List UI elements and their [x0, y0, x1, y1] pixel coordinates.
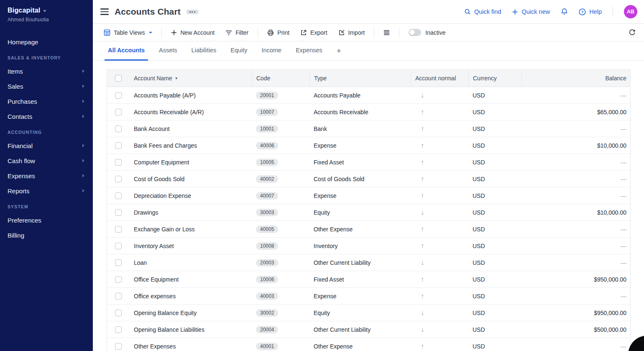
- table-row-accounts-payable-a-p[interactable]: Accounts Payable (A/P)20001Accounts Paya…: [107, 87, 630, 104]
- sidebar-item-items[interactable]: Items: [0, 64, 93, 79]
- sidebar-item-billing[interactable]: Billing: [0, 228, 93, 243]
- row-checkbox[interactable]: [115, 276, 122, 283]
- table-views-button[interactable]: Table Views: [100, 27, 156, 38]
- refresh-button[interactable]: [627, 27, 637, 38]
- row-checkbox[interactable]: [115, 209, 122, 216]
- help-button[interactable]: ? Help: [579, 8, 602, 15]
- column-header-type[interactable]: Type: [309, 70, 411, 87]
- currency-cell: USD: [468, 221, 521, 237]
- account-code-cell: 40003: [252, 288, 309, 304]
- table-row-exchange-gain-or-loss[interactable]: Exchange Gain or Loss40005Other Expense↑…: [107, 221, 630, 238]
- tab-income[interactable]: Income: [258, 47, 285, 61]
- tabs-bar: All AccountsAssetsLiabilitiesEquityIncom…: [93, 41, 644, 61]
- sidebar-item-financial[interactable]: Financial: [0, 138, 93, 153]
- tab-liabilities[interactable]: Liabilities: [188, 47, 220, 61]
- brand-name: Bigcapital: [8, 7, 40, 14]
- row-checkbox[interactable]: [115, 259, 122, 266]
- table-row-computer-equipment[interactable]: Computer Equipment10005Fixed Asset↑USD—: [107, 154, 630, 171]
- table-row-opening-balance-liabilities[interactable]: Opening Balance Liabilities20004Other Cu…: [107, 321, 630, 338]
- row-checkbox[interactable]: [115, 159, 122, 166]
- table-row-drawings[interactable]: Drawings30003Equity↓USD$10,000.00: [107, 204, 630, 221]
- sidebar-item-reports[interactable]: Reports: [0, 183, 93, 198]
- table-row-opening-balance-equity[interactable]: Opening Balance Equity30002Equity↓USD$95…: [107, 305, 630, 321]
- row-checkbox[interactable]: [115, 176, 122, 182]
- notifications-button[interactable]: [561, 8, 568, 15]
- table-row-depreciation-expense[interactable]: Depreciation Expense40007Expense↑USD—: [107, 187, 630, 204]
- table-row-other-expenses[interactable]: Other Expenses40001Other Expense↑USD—: [107, 338, 630, 351]
- table-row-cost-of-goods-sold[interactable]: Cost of Goods Sold40002Cost of Goods Sol…: [107, 171, 630, 187]
- new-account-button[interactable]: New Account: [168, 27, 218, 38]
- table-row-accounts-receivable-a-r[interactable]: Accounts Receivable (A/R)10007Accounts R…: [107, 104, 630, 120]
- table-row-loan[interactable]: Loan20003Other Current Liability↓USD—: [107, 254, 630, 271]
- avatar[interactable]: AB: [624, 5, 637, 18]
- tab-all-accounts[interactable]: All Accounts: [105, 47, 148, 61]
- empty-balance-dash: —: [621, 92, 626, 99]
- inactive-toggle[interactable]: [409, 29, 421, 36]
- row-checkbox[interactable]: [115, 126, 122, 132]
- row-checkbox[interactable]: [115, 243, 122, 249]
- select-all-checkbox[interactable]: [115, 75, 122, 82]
- account-type-cell: Inventory: [309, 238, 411, 254]
- column-header-account-name[interactable]: Account Name ▼: [130, 70, 252, 87]
- sidebar-item-contacts[interactable]: Contacts: [0, 109, 93, 124]
- account-name-cell: Drawings: [130, 204, 252, 220]
- sidebar-item-cash-flow[interactable]: Cash flow: [0, 153, 93, 168]
- account-code-cell: 20001: [252, 87, 309, 103]
- row-checkbox[interactable]: [115, 109, 122, 115]
- table-row-bank-account[interactable]: Bank Account10001Bank↑USD—: [107, 120, 630, 137]
- row-checkbox[interactable]: [115, 326, 122, 333]
- sidebar-item-sales[interactable]: Sales: [0, 79, 93, 94]
- debit-arrow-up-icon: ↑: [421, 109, 424, 115]
- row-checkbox[interactable]: [115, 92, 122, 99]
- export-button[interactable]: Export: [297, 27, 330, 38]
- row-height-button[interactable]: [380, 28, 393, 38]
- account-normal-cell: ↓: [411, 87, 468, 103]
- account-code-cell: 40007: [252, 187, 309, 204]
- column-header-currency[interactable]: Currency: [468, 70, 521, 87]
- chevron-down-icon: [149, 32, 152, 33]
- quick-find-button[interactable]: Quick find: [464, 8, 501, 15]
- account-code-cell: 30003: [252, 204, 309, 220]
- row-checkbox[interactable]: [115, 343, 122, 350]
- column-header-balance[interactable]: Balance: [521, 70, 630, 87]
- sidebar-item-label: Items: [8, 68, 23, 75]
- account-code-cell: 10006: [252, 271, 309, 287]
- tab-equity[interactable]: Equity: [227, 47, 250, 61]
- chevron-right-icon: [82, 159, 84, 162]
- filter-button[interactable]: Filter: [222, 27, 252, 38]
- bell-icon: [561, 8, 568, 15]
- sidebar-item-expenses[interactable]: Expenses: [0, 168, 93, 183]
- currency-cell: USD: [468, 87, 521, 103]
- print-button[interactable]: Print: [264, 27, 293, 38]
- sidebar-item-preferences[interactable]: Preferences: [0, 213, 93, 228]
- inactive-toggle-group: Inactive: [405, 27, 449, 38]
- account-normal-cell: ↑: [411, 171, 468, 187]
- account-normal-cell: ↑: [411, 221, 468, 237]
- table-row-inventory-asset[interactable]: Inventory Asset10008Inventory↑USD—: [107, 238, 630, 254]
- quick-new-button[interactable]: Quick new: [512, 8, 550, 15]
- table-row-office-expenses[interactable]: Office expenses40003Expense↑USD—: [107, 288, 630, 305]
- table-row-bank-fees-and-charges[interactable]: Bank Fees and Charges40006Expense↑USD$10…: [107, 137, 630, 154]
- column-label: Account Name: [134, 75, 172, 82]
- debit-arrow-up-icon: ↑: [421, 126, 424, 132]
- tab-assets[interactable]: Assets: [156, 47, 181, 61]
- account-normal-cell: ↓: [411, 305, 468, 321]
- account-code-cell: 40005: [252, 221, 309, 237]
- sidebar-item-purchases[interactable]: Purchases: [0, 94, 93, 109]
- page-more-button[interactable]: [187, 10, 198, 14]
- tab-expenses[interactable]: Expenses: [292, 47, 326, 61]
- add-view-tab-button[interactable]: +: [333, 46, 345, 60]
- row-checkbox[interactable]: [115, 226, 122, 233]
- import-button[interactable]: Import: [335, 27, 368, 38]
- row-checkbox[interactable]: [115, 310, 122, 316]
- table-row-office-equipment[interactable]: Office Equipment10006Fixed Asset↑USD$950…: [107, 271, 630, 288]
- row-checkbox[interactable]: [115, 293, 122, 300]
- row-checkbox[interactable]: [115, 192, 122, 199]
- account-type-cell: Accounts Payable: [309, 87, 411, 103]
- row-checkbox[interactable]: [115, 142, 122, 149]
- column-header-account-normal[interactable]: Account normal: [411, 70, 468, 87]
- organization-switcher[interactable]: Bigcapital: [8, 7, 85, 14]
- sidebar-item-homepage[interactable]: Homepage: [0, 34, 93, 49]
- sidebar-toggle-icon[interactable]: [100, 8, 109, 15]
- column-header-code[interactable]: Code: [252, 70, 309, 87]
